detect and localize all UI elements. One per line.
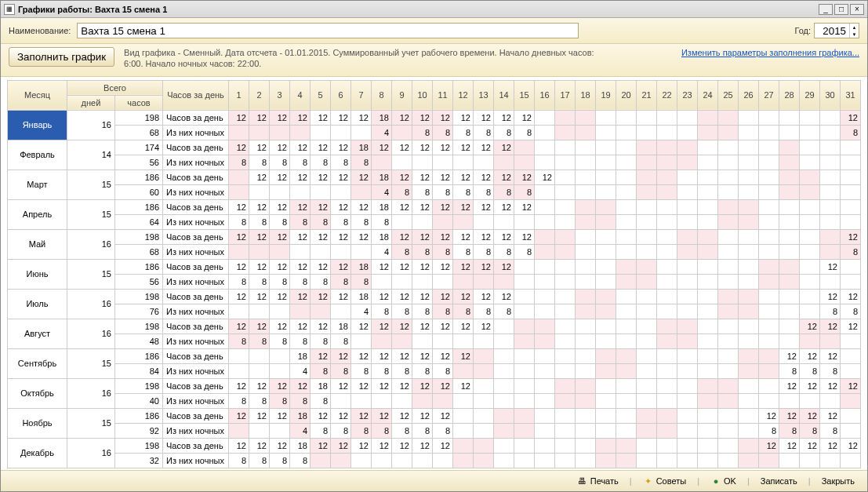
day-cell[interactable]: 12: [412, 408, 433, 423]
day-cell[interactable]: [474, 274, 494, 289]
day-cell[interactable]: 8: [311, 214, 331, 229]
day-cell[interactable]: 12: [229, 378, 249, 393]
day-cell[interactable]: [718, 199, 739, 214]
day-cell[interactable]: 8: [514, 184, 535, 199]
day-cell[interactable]: [616, 214, 637, 229]
day-cell[interactable]: 12: [249, 110, 270, 125]
day-cell[interactable]: [433, 274, 453, 289]
day-cell[interactable]: [555, 169, 576, 184]
day-cell[interactable]: [779, 155, 800, 169]
day-cell[interactable]: [616, 453, 637, 468]
day-cell[interactable]: [616, 229, 637, 244]
day-cell[interactable]: 8: [331, 274, 351, 289]
day-cell[interactable]: 8: [433, 304, 453, 319]
day-cell[interactable]: 8: [494, 244, 514, 259]
day-cell[interactable]: 12: [290, 199, 311, 214]
day-cell[interactable]: 8: [494, 184, 514, 199]
day-cell[interactable]: 12: [514, 169, 535, 184]
year-up-icon[interactable]: ▲: [849, 24, 859, 31]
day-cell[interactable]: [514, 393, 535, 408]
day-cell[interactable]: [677, 184, 698, 199]
day-cell[interactable]: [555, 408, 576, 423]
day-cell[interactable]: [657, 438, 677, 453]
day-cell[interactable]: 12: [433, 229, 453, 244]
day-cell[interactable]: 12: [270, 289, 290, 304]
day-cell[interactable]: [576, 408, 596, 423]
day-cell[interactable]: 8: [474, 244, 494, 259]
day-cell[interactable]: 12: [392, 289, 412, 304]
day-cell[interactable]: [535, 140, 555, 155]
day-cell[interactable]: [494, 214, 514, 229]
day-cell[interactable]: [677, 259, 698, 274]
day-cell[interactable]: [596, 304, 616, 319]
day-cell[interactable]: [412, 333, 433, 348]
day-cell[interactable]: [739, 125, 759, 140]
day-cell[interactable]: [576, 333, 596, 348]
day-cell[interactable]: 12: [311, 169, 331, 184]
day-cell[interactable]: 12: [351, 438, 372, 453]
day-cell[interactable]: [535, 348, 555, 363]
day-cell[interactable]: 12: [392, 378, 412, 393]
day-cell[interactable]: [514, 348, 535, 363]
day-cell[interactable]: 12: [290, 140, 311, 155]
day-cell[interactable]: [412, 453, 433, 468]
day-cell[interactable]: [637, 348, 657, 363]
day-cell[interactable]: [535, 453, 555, 468]
day-cell[interactable]: 12: [800, 319, 820, 333]
day-cell[interactable]: [535, 378, 555, 393]
day-cell[interactable]: 8: [372, 304, 392, 319]
day-cell[interactable]: [576, 125, 596, 140]
day-cell[interactable]: [576, 214, 596, 229]
day-cell[interactable]: [555, 274, 576, 289]
day-cell[interactable]: 12: [779, 408, 800, 423]
day-cell[interactable]: 12: [433, 259, 453, 274]
day-cell[interactable]: [677, 244, 698, 259]
day-cell[interactable]: 12: [820, 348, 841, 363]
day-cell[interactable]: 12: [800, 438, 820, 453]
day-cell[interactable]: [453, 274, 474, 289]
day-cell[interactable]: [392, 274, 412, 289]
day-cell[interactable]: 8: [412, 304, 433, 319]
day-cell[interactable]: 12: [351, 319, 372, 333]
day-cell[interactable]: [637, 140, 657, 155]
day-cell[interactable]: [800, 393, 820, 408]
day-cell[interactable]: [779, 319, 800, 333]
day-cell[interactable]: 8: [474, 304, 494, 319]
day-cell[interactable]: 8: [453, 244, 474, 259]
day-cell[interactable]: [229, 125, 249, 140]
day-cell[interactable]: [841, 408, 861, 423]
day-cell[interactable]: [820, 274, 841, 289]
day-cell[interactable]: [555, 333, 576, 348]
day-cell[interactable]: 12: [433, 319, 453, 333]
day-cell[interactable]: [555, 438, 576, 453]
day-cell[interactable]: [698, 378, 718, 393]
day-cell[interactable]: 12: [372, 438, 392, 453]
day-cell[interactable]: 8: [392, 184, 412, 199]
day-cell[interactable]: [677, 348, 698, 363]
day-cell[interactable]: [331, 304, 351, 319]
day-cell[interactable]: 12: [311, 140, 331, 155]
day-cell[interactable]: 12: [331, 199, 351, 214]
day-cell[interactable]: [576, 169, 596, 184]
day-cell[interactable]: 8: [412, 125, 433, 140]
day-cell[interactable]: [249, 304, 270, 319]
day-cell[interactable]: 8: [331, 423, 351, 438]
day-cell[interactable]: [270, 184, 290, 199]
day-cell[interactable]: [514, 259, 535, 274]
day-cell[interactable]: [637, 229, 657, 244]
day-cell[interactable]: [637, 363, 657, 378]
day-cell[interactable]: [841, 333, 861, 348]
day-cell[interactable]: 12: [270, 110, 290, 125]
day-cell[interactable]: [412, 155, 433, 169]
day-cell[interactable]: 12: [249, 229, 270, 244]
day-cell[interactable]: [698, 274, 718, 289]
day-cell[interactable]: [800, 125, 820, 140]
day-cell[interactable]: 18: [290, 408, 311, 423]
day-cell[interactable]: [616, 348, 637, 363]
day-cell[interactable]: [739, 408, 759, 423]
day-cell[interactable]: [290, 304, 311, 319]
day-cell[interactable]: [514, 363, 535, 378]
day-cell[interactable]: [555, 304, 576, 319]
day-cell[interactable]: [637, 214, 657, 229]
day-cell[interactable]: 12: [412, 378, 433, 393]
